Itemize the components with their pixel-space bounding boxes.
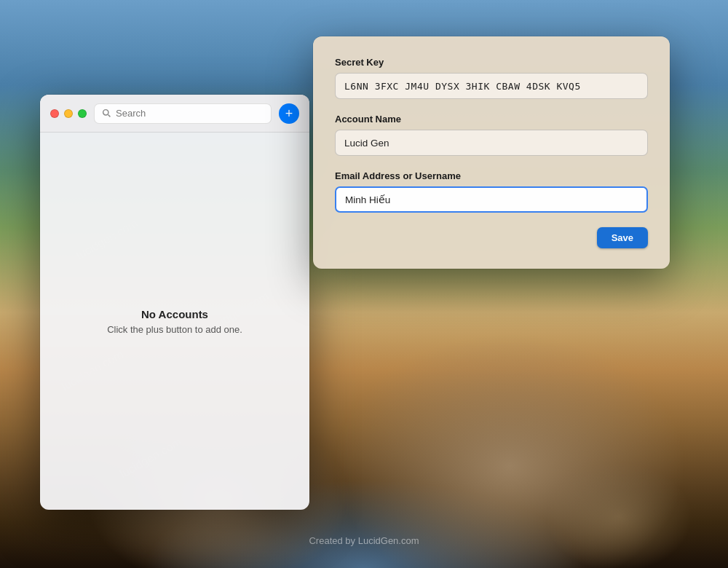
secret-key-field: Secret Key [335, 57, 648, 99]
search-icon [102, 109, 111, 118]
window-maximize-button[interactable] [78, 109, 87, 118]
window-titlebar: + [40, 95, 309, 133]
account-name-input[interactable] [335, 130, 648, 156]
email-username-label: Email Address or Username [335, 170, 648, 181]
search-input[interactable] [116, 108, 264, 119]
no-accounts-subtitle: Click the plus button to add one. [107, 324, 242, 335]
svg-line-1 [108, 115, 111, 117]
window-minimize-button[interactable] [64, 109, 73, 118]
save-button[interactable]: Save [597, 227, 648, 248]
add-account-button[interactable]: + [279, 103, 299, 124]
secret-key-input[interactable] [335, 73, 648, 99]
search-bar [94, 103, 272, 124]
floating-panel: Secret Key Account Name Email Address or… [313, 36, 670, 269]
svg-point-0 [103, 110, 108, 115]
email-username-input[interactable] [335, 186, 648, 213]
panel-footer: Save [335, 227, 648, 248]
account-name-label: Account Name [335, 114, 648, 125]
window-body: No Accounts Click the plus button to add… [40, 133, 309, 510]
app-window: + No Accounts Click the plus button to a… [40, 95, 309, 510]
email-username-field: Email Address or Username [335, 170, 648, 213]
traffic-lights [50, 109, 87, 118]
no-accounts-title: No Accounts [141, 308, 208, 320]
account-name-field: Account Name [335, 114, 648, 156]
desktop-watermark: Created by LucidGen.com [0, 535, 728, 546]
secret-key-label: Secret Key [335, 57, 648, 68]
window-close-button[interactable] [50, 109, 59, 118]
